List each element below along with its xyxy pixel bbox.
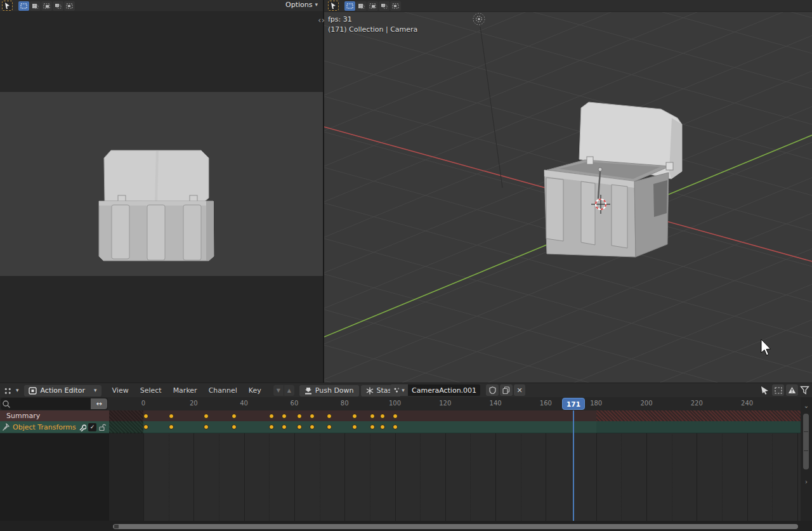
current-frame-badge[interactable]: 171 <box>562 398 585 410</box>
keyframe[interactable] <box>380 424 385 429</box>
menu-marker[interactable]: Marker <box>167 386 203 395</box>
select-mode-extend-button[interactable] <box>30 1 41 11</box>
chest-model-camera-view[interactable] <box>0 0 323 383</box>
keyframe[interactable] <box>204 414 209 419</box>
chevron-down-icon[interactable]: ⌄ <box>801 402 812 409</box>
select-mode-new-button[interactable] <box>344 1 355 11</box>
keyframe[interactable] <box>297 414 302 419</box>
keyframe[interactable] <box>393 424 398 429</box>
keyframe[interactable] <box>232 414 237 419</box>
tweak-tool-icon[interactable] <box>2 1 13 11</box>
ot-post-range <box>596 421 801 433</box>
keyframe[interactable] <box>327 424 332 429</box>
vertical-scrollbar[interactable] <box>803 414 809 469</box>
select-mode-invert-button[interactable] <box>53 1 63 11</box>
menu-key[interactable]: Key <box>243 386 267 395</box>
unlock-icon[interactable] <box>98 423 107 431</box>
only-selected-cursor-icon[interactable] <box>760 386 770 395</box>
chest-model-perspective[interactable] <box>544 102 682 257</box>
keyframe[interactable] <box>370 414 375 419</box>
select-mode-intersect-button[interactable] <box>64 1 75 11</box>
keyframe[interactable] <box>282 424 287 429</box>
channel-enable-checkbox[interactable]: ✓ <box>88 423 96 431</box>
sun-light-gizmo[interactable] <box>473 13 485 25</box>
tweak-tool-icon[interactable] <box>328 1 339 11</box>
select-mode-intersect-button[interactable] <box>390 1 401 11</box>
playhead-line[interactable] <box>573 410 574 521</box>
keyframe[interactable] <box>327 414 332 419</box>
dope-sheet-tracks[interactable]: Summary Object Transforms <box>0 410 801 521</box>
menu-view[interactable]: View <box>107 386 134 395</box>
new-action-button[interactable] <box>500 384 513 396</box>
horizontal-scrollbar[interactable] <box>113 524 798 529</box>
unlink-action-button[interactable]: ✕ <box>514 384 525 396</box>
editor-mode-label: Action Editor <box>41 386 86 395</box>
keyframe[interactable] <box>310 424 315 429</box>
move-up-button[interactable]: ▲ <box>284 385 294 396</box>
browse-action-button[interactable]: ▾ <box>390 384 408 396</box>
keyframe[interactable] <box>143 424 148 429</box>
keyframe[interactable] <box>370 424 375 429</box>
keyframe[interactable] <box>232 424 237 429</box>
menu-channel[interactable]: Channel <box>203 386 243 395</box>
keyframe[interactable] <box>310 414 315 419</box>
show-hidden-button[interactable] <box>772 384 784 396</box>
select-mode-extend-button[interactable] <box>356 1 367 11</box>
filter-funnel-icon[interactable] <box>800 386 809 395</box>
ruler-tick-label: 220 <box>691 400 703 407</box>
chest-slat <box>546 178 563 241</box>
summary-channel-panel[interactable]: Summary <box>0 410 109 422</box>
channel-search-input[interactable]: ↔ <box>1 398 108 410</box>
timeline-ruler[interactable]: 020406080100120140160180200220240 ↔ 171 <box>0 397 812 411</box>
chevron-down-icon: ▾ <box>402 388 405 393</box>
select-mode-new-button[interactable] <box>18 1 29 11</box>
move-down-button[interactable]: ▼ <box>273 385 284 396</box>
pin-icon[interactable] <box>2 423 10 431</box>
keyframe[interactable] <box>143 414 148 419</box>
dope-sheet-editor-icon <box>3 386 14 396</box>
editor-type-selector[interactable]: ▾ <box>3 386 19 396</box>
menu-select[interactable]: Select <box>134 386 167 395</box>
keyframe[interactable] <box>352 424 357 429</box>
ot-channel-panel[interactable]: Object Transforms ✓ <box>0 421 109 433</box>
horizontal-scrollbar-track[interactable] <box>0 521 812 531</box>
select-mode-buttons <box>18 1 75 11</box>
snowflake-icon <box>366 387 374 395</box>
filter-expand-button[interactable]: ↔ <box>91 398 107 409</box>
modifier-wrench-icon[interactable] <box>78 423 86 431</box>
channel-row-summary[interactable]: Summary <box>0 410 801 421</box>
keyframe[interactable] <box>393 414 398 419</box>
keyframe[interactable] <box>297 424 302 429</box>
dashed-box-glyph <box>21 4 27 8</box>
dope-sheet-editor: ▾ Action Editor ▾ View Select Marker Cha… <box>0 383 812 531</box>
keyframe[interactable] <box>204 424 209 429</box>
channel-row-object-transforms[interactable]: Object Transforms ✓ <box>0 421 801 433</box>
sun-center-dot <box>478 18 480 20</box>
select-mode-subtract-button[interactable] <box>41 1 52 11</box>
viewport-camera[interactable]: Options ▾ <box>0 0 323 383</box>
dashed-frame-icon <box>775 387 782 394</box>
right-viewport-header <box>324 0 812 12</box>
keyframe[interactable] <box>352 414 357 419</box>
select-mode-invert-button[interactable] <box>379 1 390 11</box>
viewport-split-handle[interactable]: ‹› <box>315 16 329 25</box>
editor-right-strip: ⌄ › <box>801 397 812 521</box>
action-name-input[interactable]: CameraAction.001 <box>408 384 480 396</box>
push-down-button[interactable]: Push Down <box>299 385 359 397</box>
sidebar-expand-arrow[interactable]: › <box>801 478 812 485</box>
select-mode-subtract-button[interactable] <box>367 1 378 11</box>
keyframe[interactable] <box>169 424 174 429</box>
keyframe[interactable] <box>169 414 174 419</box>
show-errors-button[interactable] <box>786 384 798 396</box>
ruler-tick-label: 140 <box>490 400 502 407</box>
options-dropdown[interactable]: Options ▾ <box>285 1 318 9</box>
fake-user-button[interactable] <box>486 384 499 396</box>
filled-box-glyph <box>372 5 375 8</box>
summary-post-range <box>596 410 801 422</box>
editor-mode-dropdown[interactable]: Action Editor ▾ <box>24 385 102 397</box>
keyframe[interactable] <box>269 414 274 419</box>
keyframe[interactable] <box>269 424 274 429</box>
viewport-perspective[interactable]: fps: 31 (171) Collection | Camera <box>324 0 812 383</box>
keyframe[interactable] <box>380 414 385 419</box>
keyframe[interactable] <box>282 414 287 419</box>
